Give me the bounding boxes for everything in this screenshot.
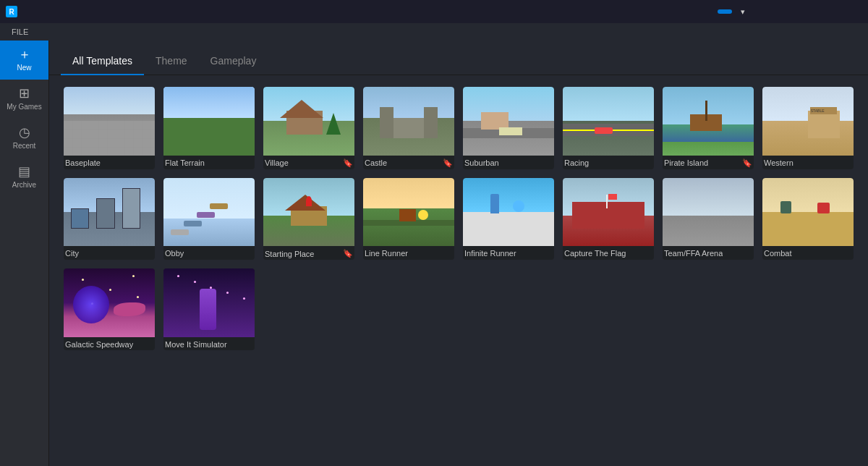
template-thumb-castle <box>363 87 454 156</box>
template-name-western: Western <box>764 158 793 167</box>
sidebar-item-archive[interactable]: ▤ Archive <box>0 158 48 197</box>
user-dropdown-icon[interactable]: ▾ <box>741 7 745 17</box>
template-suburban[interactable]: Suburban <box>463 87 554 169</box>
template-galactic-speedway[interactable]: Galactic Speedway <box>64 268 155 350</box>
clock-icon: ◷ <box>19 126 30 139</box>
template-name-starting-place: Starting Place <box>265 250 314 258</box>
template-thumb-suburban <box>463 87 554 156</box>
template-name-village: Village <box>265 158 289 167</box>
template-thumb-racing <box>563 87 654 156</box>
template-thumb-city <box>64 178 155 247</box>
template-thumb-team-ffa-arena <box>663 178 754 247</box>
template-name-combat: Combat <box>764 249 792 258</box>
template-infinite-runner[interactable]: Infinite Runner <box>463 178 554 260</box>
template-thumb-galactic-speedway <box>64 268 155 337</box>
template-pirate-island[interactable]: Pirate Island🔖 <box>663 87 754 169</box>
template-village[interactable]: Village🔖 <box>263 87 354 169</box>
template-castle[interactable]: Castle🔖 <box>363 87 454 169</box>
template-thumb-flat-terrain <box>163 87 255 156</box>
tab-gameplay[interactable]: Gameplay <box>199 48 268 75</box>
minimize-button[interactable] <box>751 0 784 23</box>
template-name-racing: Racing <box>564 158 589 167</box>
sidebar-new-label: New <box>17 64 31 72</box>
template-name-baseplate: Baseplate <box>65 158 101 167</box>
template-starting-place[interactable]: Starting Place🔖 <box>263 178 354 260</box>
sidebar-item-recent[interactable]: ◷ Recent <box>0 119 48 158</box>
template-name-team-ffa-arena: Team/FFA Arena <box>664 249 723 258</box>
template-thumb-village <box>263 87 354 156</box>
template-thumb-baseplate <box>64 87 155 156</box>
template-thumb-capture-the-flag <box>563 178 654 247</box>
template-thumb-obby <box>163 178 255 247</box>
templates-container: BaseplateFlat TerrainVillage🔖Castle🔖Subu… <box>49 75 868 466</box>
titlebar-right: ▾ <box>718 0 862 23</box>
template-name-line-runner: Line Runner <box>365 249 408 258</box>
template-thumb-move-it-simulator <box>163 268 255 337</box>
template-flat-terrain[interactable]: Flat Terrain <box>163 87 255 169</box>
menubar: FILE <box>0 23 868 41</box>
sidebar-recent-label: Recent <box>13 142 36 151</box>
tabs-bar: All Templates Theme Gameplay <box>49 41 868 75</box>
template-western[interactable]: STABLEWestern <box>762 87 854 169</box>
template-obby[interactable]: Obby <box>163 178 255 260</box>
template-move-it-simulator[interactable]: Move It Simulator <box>163 268 255 350</box>
sidebar-item-new[interactable]: ＋ New <box>0 41 48 80</box>
template-capture-the-flag[interactable]: Capture The Flag <box>563 178 654 260</box>
sidebar: ＋ New ⊞ My Games ◷ Recent ▤ Archive <box>0 41 49 466</box>
template-team-ffa-arena[interactable]: Team/FFA Arena <box>663 178 754 260</box>
games-icon: ⊞ <box>19 87 30 100</box>
template-name-flat-terrain: Flat Terrain <box>165 158 205 167</box>
titlebar-left: R <box>6 6 23 17</box>
template-baseplate[interactable]: Baseplate <box>64 87 155 169</box>
template-name-city: City <box>65 249 79 258</box>
template-name-capture-the-flag: Capture The Flag <box>564 249 626 258</box>
template-racing[interactable]: Racing <box>563 87 654 169</box>
template-bookmark-pirate-island: 🔖 <box>742 158 752 168</box>
main-layout: ＋ New ⊞ My Games ◷ Recent ▤ Archive All … <box>0 41 868 466</box>
template-thumb-infinite-runner <box>463 178 554 247</box>
user-info[interactable]: ▾ <box>738 7 745 17</box>
content-area: All Templates Theme Gameplay BaseplateFl… <box>49 41 868 466</box>
sidebar-item-my-games[interactable]: ⊞ My Games <box>0 80 48 119</box>
plus-icon: ＋ <box>18 48 31 61</box>
maximize-button[interactable] <box>790 0 823 23</box>
template-thumb-line-runner <box>363 178 454 247</box>
titlebar: R ▾ <box>0 0 868 23</box>
sidebar-my-games-label: My Games <box>7 103 41 111</box>
tab-all-templates[interactable]: All Templates <box>61 48 144 75</box>
template-thumb-western: STABLE <box>762 87 854 156</box>
template-name-castle: Castle <box>365 158 387 167</box>
template-name-move-it-simulator: Move It Simulator <box>165 340 227 349</box>
template-name-obby: Obby <box>165 249 184 258</box>
template-line-runner[interactable]: Line Runner <box>363 178 454 260</box>
template-name-suburban: Suburban <box>464 158 499 167</box>
template-name-pirate-island: Pirate Island <box>664 158 708 167</box>
menu-file[interactable]: FILE <box>6 27 34 36</box>
template-thumb-starting-place <box>263 178 354 247</box>
template-bookmark-starting-place: 🔖 <box>343 249 353 258</box>
whats-new-button[interactable] <box>718 9 732 14</box>
template-name-infinite-runner: Infinite Runner <box>464 249 516 258</box>
template-thumb-combat <box>762 178 854 247</box>
templates-grid: BaseplateFlat TerrainVillage🔖Castle🔖Subu… <box>64 87 854 350</box>
template-combat[interactable]: Combat <box>762 178 854 260</box>
sidebar-archive-label: Archive <box>12 181 36 190</box>
template-city[interactable]: City <box>64 178 155 260</box>
template-name-galactic-speedway: Galactic Speedway <box>65 340 133 349</box>
template-bookmark-village: 🔖 <box>343 158 353 168</box>
template-thumb-pirate-island <box>663 87 754 156</box>
template-bookmark-castle: 🔖 <box>443 158 453 168</box>
archive-icon: ▤ <box>18 165 30 178</box>
tab-theme[interactable]: Theme <box>144 48 199 75</box>
app-icon: R <box>6 6 17 17</box>
close-button[interactable] <box>829 0 862 23</box>
